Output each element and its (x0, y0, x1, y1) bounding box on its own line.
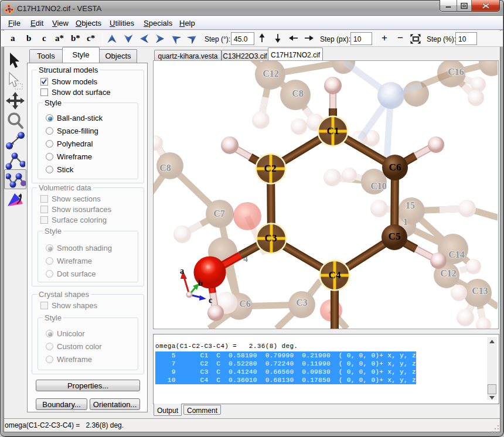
svg-text:C12: C12 (263, 69, 279, 78)
svg-text:1: 1 (403, 217, 408, 227)
svg-text:C14: C14 (448, 250, 465, 260)
svg-text:C6: C6 (389, 162, 401, 173)
svg-text:a: a (180, 267, 184, 275)
svg-text:C13: C13 (472, 286, 488, 296)
svg-text:C3: C3 (265, 233, 277, 244)
svg-text:C3: C3 (296, 298, 308, 308)
svg-text:C7: C7 (213, 209, 225, 218)
svg-text:b: b (198, 279, 203, 288)
svg-text:C2: C2 (264, 163, 277, 174)
svg-text:C6: C6 (239, 299, 251, 309)
svg-text:C8: C8 (159, 163, 171, 173)
svg-text:C4: C4 (329, 269, 341, 281)
svg-text:C8: C8 (292, 88, 304, 98)
svg-text:C16: C16 (448, 67, 464, 77)
svg-text:15: 15 (406, 200, 415, 210)
svg-text:C1: C1 (327, 125, 339, 136)
svg-text:C12: C12 (440, 268, 457, 278)
svg-text:c: c (209, 296, 212, 305)
svg-text:C5: C5 (389, 231, 401, 242)
svg-text:C10: C10 (370, 181, 387, 191)
